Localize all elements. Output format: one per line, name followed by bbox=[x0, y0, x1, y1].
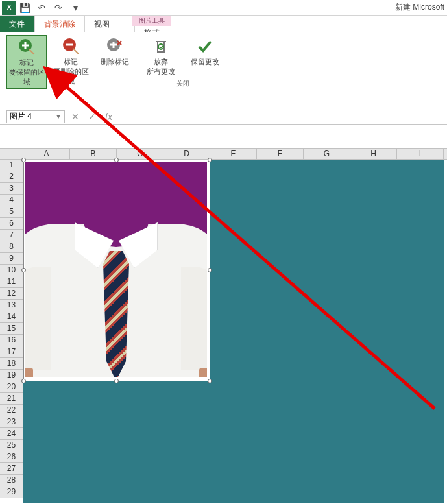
embedded-picture[interactable] bbox=[23, 160, 210, 381]
ribbon-label: 放弃 bbox=[154, 57, 168, 67]
tab-view[interactable]: 视图 bbox=[85, 16, 119, 32]
ribbon-label: 要删除的区域 bbox=[52, 67, 90, 86]
ribbon-group-label: 关闭 bbox=[176, 78, 189, 91]
row-header[interactable]: 19 bbox=[0, 370, 23, 381]
minus-circle-icon bbox=[61, 36, 80, 56]
resize-handle[interactable] bbox=[21, 268, 26, 272]
column-headers: ABCDEFGHI bbox=[0, 148, 447, 160]
row-header[interactable]: 4 bbox=[0, 195, 23, 206]
insert-function-button[interactable]: fx bbox=[105, 112, 112, 122]
picture-content bbox=[25, 162, 207, 377]
resize-handle[interactable] bbox=[21, 158, 26, 162]
row-header[interactable]: 24 bbox=[0, 428, 23, 440]
row-header[interactable]: 5 bbox=[0, 206, 23, 218]
resize-handle[interactable] bbox=[114, 379, 119, 383]
checkmark-icon bbox=[195, 36, 215, 56]
ribbon-group-label bbox=[70, 89, 72, 100]
enter-button[interactable]: ✓ bbox=[88, 112, 96, 122]
row-header[interactable]: 11 bbox=[0, 276, 23, 288]
column-header[interactable]: A bbox=[23, 149, 70, 159]
ribbon-label: 删除标记 bbox=[101, 57, 129, 67]
column-header[interactable]: F bbox=[257, 149, 304, 159]
keep-changes-button[interactable]: 保留更改 bbox=[185, 35, 225, 78]
row-header[interactable]: 2 bbox=[0, 171, 23, 183]
row-header[interactable]: 27 bbox=[0, 463, 23, 475]
select-all-corner[interactable] bbox=[0, 149, 23, 159]
row-header[interactable]: 1 bbox=[0, 160, 23, 171]
ribbon-tabs: 文件 背景消除 视图 图片工具 格式 bbox=[0, 16, 447, 32]
ribbon-group-close: 放弃 所有更改 保留更改 关闭 bbox=[138, 35, 228, 97]
name-box-value: 图片 4 bbox=[10, 111, 32, 122]
row-header[interactable]: 20 bbox=[0, 381, 23, 393]
ribbon-label: 标记 bbox=[64, 57, 78, 67]
column-header[interactable]: B bbox=[70, 149, 117, 159]
shirt-figure bbox=[25, 202, 207, 377]
row-header[interactable]: 7 bbox=[0, 230, 23, 241]
row-header[interactable]: 6 bbox=[0, 218, 23, 230]
ribbon-label: 保留更改 bbox=[191, 57, 219, 67]
mark-areas-to-remove-button[interactable]: 标记 要删除的区域 bbox=[51, 35, 91, 89]
row-header[interactable]: 15 bbox=[0, 323, 23, 335]
row-header[interactable]: 9 bbox=[0, 253, 23, 265]
row-header[interactable]: 22 bbox=[0, 405, 23, 416]
resize-handle[interactable] bbox=[208, 158, 212, 162]
excel-app-icon: X bbox=[2, 1, 16, 15]
formula-bar: 图片 4 ▼ ✕ ✓ fx bbox=[0, 109, 447, 125]
cancel-button[interactable]: ✕ bbox=[71, 112, 79, 122]
ribbon-label: 所有更改 bbox=[147, 67, 175, 77]
qat-customize-button[interactable]: ▾ bbox=[67, 1, 84, 15]
row-header[interactable]: 10 bbox=[0, 265, 23, 276]
worksheet-grid[interactable]: ABCDEFGHI 1234567891 bbox=[0, 148, 447, 504]
column-header[interactable]: I bbox=[397, 149, 444, 159]
row-header[interactable]: 14 bbox=[0, 311, 23, 323]
resize-handle[interactable] bbox=[21, 379, 26, 383]
row-header[interactable]: 23 bbox=[0, 416, 23, 428]
column-header[interactable]: E bbox=[210, 149, 257, 159]
plus-circle-icon bbox=[17, 37, 36, 56]
row-header[interactable]: 16 bbox=[0, 335, 23, 346]
qat-redo-button[interactable]: ↷ bbox=[50, 1, 67, 15]
qat-undo-button[interactable]: ↶ bbox=[33, 1, 50, 15]
row-header[interactable]: 13 bbox=[0, 300, 23, 311]
chevron-down-icon[interactable]: ▼ bbox=[55, 113, 62, 120]
ribbon: 标记 要保留的区域 标记 要删除的区域 删除标记 bbox=[0, 32, 447, 97]
delete-mark-button[interactable]: 删除标记 bbox=[95, 35, 135, 89]
column-header[interactable]: C bbox=[117, 149, 163, 159]
grid-rows: 1234567891011121314151617181920212223242… bbox=[0, 160, 447, 498]
row-header[interactable]: 25 bbox=[0, 440, 23, 451]
ribbon-group-refine: 标记 要保留的区域 标记 要删除的区域 删除标记 bbox=[4, 35, 138, 97]
row-header[interactable]: 3 bbox=[0, 183, 23, 195]
discard-all-changes-button[interactable]: 放弃 所有更改 bbox=[141, 35, 181, 78]
qat-save-button[interactable]: 💾 bbox=[16, 1, 33, 15]
column-header[interactable]: G bbox=[304, 149, 350, 159]
tab-file[interactable]: 文件 bbox=[0, 16, 34, 32]
row-header[interactable]: 26 bbox=[0, 451, 23, 463]
row-header[interactable]: 21 bbox=[0, 393, 23, 405]
row-header[interactable]: 29 bbox=[0, 486, 23, 498]
resize-handle[interactable] bbox=[208, 268, 212, 272]
resize-handle[interactable] bbox=[208, 379, 212, 383]
trash-recycle-icon bbox=[151, 36, 171, 56]
mark-areas-to-keep-button[interactable]: 标记 要保留的区域 bbox=[6, 35, 47, 89]
name-box[interactable]: 图片 4 ▼ bbox=[6, 110, 65, 123]
column-header[interactable]: H bbox=[350, 149, 397, 159]
ribbon-label: 要保留的区域 bbox=[8, 67, 45, 87]
contextual-tab-group: 图片工具 格式 bbox=[132, 16, 171, 32]
title-bar: X 💾 ↶ ↷ ▾ 新建 Microsoft bbox=[0, 0, 447, 16]
column-header[interactable]: D bbox=[163, 149, 210, 159]
tab-background-removal[interactable]: 背景消除 bbox=[34, 16, 85, 32]
row-header[interactable]: 12 bbox=[0, 288, 23, 300]
row-header[interactable]: 17 bbox=[0, 346, 23, 358]
row-header[interactable]: 28 bbox=[0, 475, 23, 486]
contextual-tab-header: 图片工具 bbox=[132, 16, 171, 26]
row-header[interactable]: 18 bbox=[0, 358, 23, 370]
window-title: 新建 Microsoft bbox=[395, 2, 444, 13]
row-header[interactable]: 8 bbox=[0, 241, 23, 253]
resize-handle[interactable] bbox=[114, 158, 119, 162]
delete-circle-icon bbox=[105, 36, 125, 56]
ribbon-label: 标记 bbox=[19, 58, 34, 67]
